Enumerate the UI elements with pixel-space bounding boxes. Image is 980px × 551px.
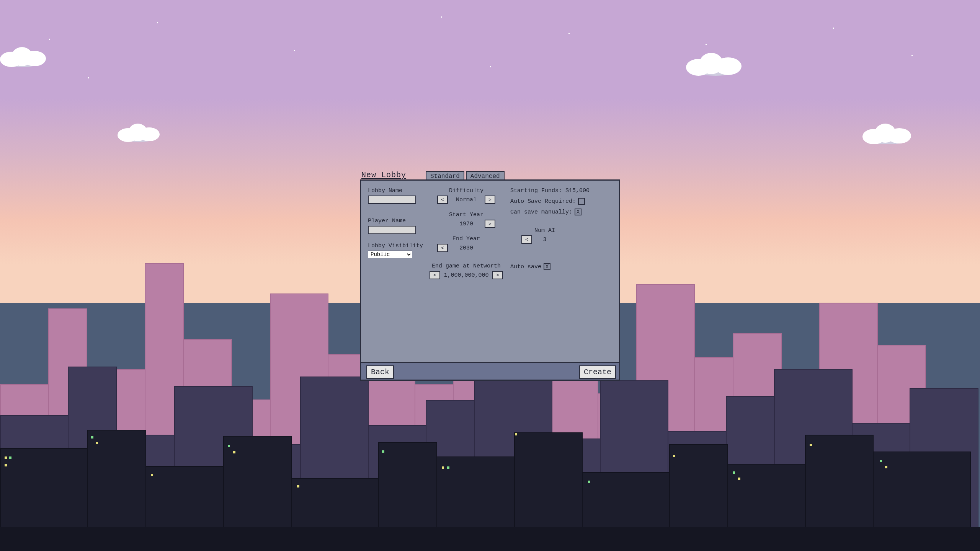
autosave-required-checkbox[interactable] [578,198,585,205]
num-ai-prev-button[interactable]: < [521,235,532,244]
cloud [862,121,916,144]
chevron-right-icon: > [488,221,492,227]
lobby-name-input[interactable] [368,196,416,204]
lobby-name-label: Lobby Name [368,187,425,194]
auto-save-checkbox[interactable]: X [544,263,550,270]
difficulty-label: Difficulty [426,187,506,194]
num-ai-value: 3 [535,236,554,243]
chevron-left-icon: < [525,237,528,243]
networth-prev-button[interactable]: < [430,271,440,279]
can-save-manually-checkbox[interactable]: X [575,209,581,215]
panel-footer: Back Create [360,363,620,381]
networth-next-button[interactable]: > [492,271,503,279]
new-lobby-panel: New Lobby Standard Advanced Lobby Name P… [360,170,620,381]
num-ai-label: Num AI [510,227,579,234]
chevron-right-icon: > [496,272,499,278]
end-year-label: End Year [426,236,506,242]
cloud [0,44,50,67]
cloud [686,50,747,77]
start-year-value: 1970 [451,221,482,227]
starting-funds-label: Starting Funds: $15,000 [510,187,614,194]
difficulty-next-button[interactable]: > [485,196,495,204]
start-year-next-button[interactable]: > [485,220,495,228]
lobby-visibility-label: Lobby Visibility [368,243,425,249]
can-save-manually-label: Can save manually: [510,209,572,215]
chevron-right-icon: > [488,197,492,203]
chevron-left-icon: < [433,272,436,278]
create-button[interactable]: Create [579,365,616,379]
difficulty-prev-button[interactable]: < [437,196,448,204]
lobby-visibility-select[interactable]: Public [368,251,412,258]
player-name-input[interactable] [368,226,416,234]
chevron-left-icon: < [441,245,444,251]
tab-standard[interactable]: Standard [426,171,464,179]
cloud [118,121,163,142]
networth-value: 1,000,000,000 [443,272,489,279]
chevron-left-icon: < [441,197,444,203]
end-year-value: 2030 [451,245,482,251]
end-year-prev-button[interactable]: < [437,244,448,252]
panel-title: New Lobby [360,171,426,179]
tab-advanced[interactable]: Advanced [466,171,505,179]
networth-label: End game at Networth [426,263,506,269]
auto-save-label: Auto save [510,264,541,270]
autosave-required-label: Auto Save Required: [510,198,576,205]
start-year-label: Start Year [426,212,506,218]
player-name-label: Player Name [368,218,425,224]
difficulty-value: Normal [451,197,482,203]
back-button[interactable]: Back [366,365,394,379]
